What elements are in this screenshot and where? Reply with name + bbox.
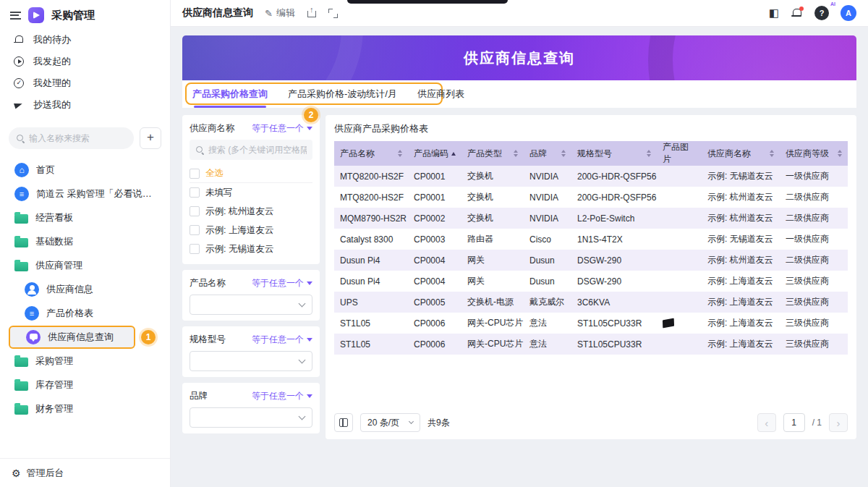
sidebar-item[interactable]: 供应商信息查询1: [9, 326, 135, 349]
sidebar-item[interactable]: 供应商信息: [9, 278, 161, 301]
sidebar-item[interactable]: 经营看板: [9, 206, 161, 229]
sidebar-item[interactable]: 首页: [9, 158, 161, 182]
table-body: MTQ8200-HS2FCP0001交换机NVIDIA200G-HDR-QSFP…: [334, 166, 848, 355]
table-row[interactable]: ST1L05CP0006网关-CPU芯片意法ST1L05CPU33R示例: 上海…: [334, 334, 848, 355]
table-cell: 二级供应商: [780, 208, 848, 229]
brand-select[interactable]: [190, 407, 312, 428]
quick-item[interactable]: 我处理的: [0, 72, 170, 94]
search-icon: [195, 145, 204, 154]
table-row[interactable]: MTQ8200-HS2FCP0001交换机NVIDIA200G-HDR-QSFP…: [334, 166, 848, 187]
column-settings-button[interactable]: [334, 413, 353, 432]
quick-item[interactable]: 抄送我的: [0, 94, 170, 116]
table-title: 供应商产品采购价格表: [334, 122, 848, 135]
columns-icon: [339, 418, 348, 427]
prev-page-button[interactable]: ‹: [757, 413, 776, 432]
column-label: 供应商名称: [707, 148, 751, 160]
table-row[interactable]: MQM8790-HS2RCP0002交换机NVIDIAL2-PoE-Switch…: [334, 208, 848, 229]
column-label: 品牌: [529, 148, 547, 160]
sidebar-item[interactable]: 产品价格表: [9, 302, 161, 325]
column-header[interactable]: 产品名称: [334, 141, 408, 166]
folder-icon: [14, 262, 28, 271]
checkbox-option[interactable]: 全选: [190, 164, 312, 183]
table-row[interactable]: Dusun Pi4CP0004网关DusunDSGW-290示例: 上海道友云三…: [334, 271, 848, 292]
sidebar-item[interactable]: 财务管理: [9, 397, 161, 420]
filter-search-input[interactable]: [208, 145, 307, 155]
table-cell: 戴克威尔: [524, 292, 571, 313]
sort-icon: [451, 152, 456, 156]
filter-operator-dropdown[interactable]: 等于任意一个: [252, 122, 312, 135]
topbar: 供应商信息查询 ✎ 编辑 ◧ ?AI A: [171, 0, 868, 27]
table-row[interactable]: Catalyst 8300CP0003路由器Cisco1N1S-4T2X示例: …: [334, 229, 848, 250]
folder-icon: [14, 405, 28, 415]
table-cell: ST1L05: [334, 313, 408, 334]
edit-button[interactable]: ✎ 编辑: [265, 7, 295, 20]
filter-operator-dropdown[interactable]: 等于任意一个: [252, 277, 312, 289]
filter-operator-dropdown[interactable]: 等于任意一个: [252, 390, 312, 402]
sidebar-nav: 首页简道云 采购管理「必看说明」经营看板基础数据供应商管理供应商信息产品价格表供…: [0, 156, 170, 458]
column-header[interactable]: 产品图片: [657, 141, 702, 166]
column-header[interactable]: 供应商名称: [702, 141, 780, 166]
add-button[interactable]: +: [140, 127, 161, 149]
sidebar-item[interactable]: 基础数据: [9, 230, 161, 253]
filter-search[interactable]: [190, 140, 312, 160]
product-image: [663, 318, 674, 329]
page-size-select[interactable]: 20 条/页: [360, 413, 420, 432]
checkbox-option[interactable]: 未填写: [190, 183, 312, 202]
filter-label: 供应商名称: [190, 122, 235, 135]
column-header[interactable]: 产品类型: [461, 141, 524, 166]
collapse-menu-icon[interactable]: [10, 12, 21, 20]
spec-model-select[interactable]: [190, 351, 312, 371]
table-cell: 网关: [461, 271, 524, 292]
table-cell: DSGW-290: [571, 250, 657, 271]
sidebar-search-input[interactable]: [29, 133, 127, 143]
table-row[interactable]: Dusun Pi4CP0004网关DusunDSGW-290示例: 杭州道友云二…: [334, 250, 848, 271]
sidebar-item-label: 基础数据: [35, 235, 73, 248]
table-footer: 20 条/页 共9条 ‹ 1 / 1 ›: [334, 407, 848, 432]
sidebar-item-label: 采购管理: [35, 355, 73, 368]
table-cell: [657, 313, 702, 334]
column-header[interactable]: 规格型号: [571, 141, 657, 166]
quick-item[interactable]: 我的待办: [0, 29, 170, 51]
table-row[interactable]: UPSCP0005交换机-电源戴克威尔3C6KVA示例: 上海道友云三级供应商: [334, 292, 848, 313]
avatar[interactable]: A: [841, 5, 856, 21]
checkbox-option[interactable]: 示例: 无锡道友云: [190, 240, 312, 258]
filter-label: 品牌: [190, 390, 208, 402]
tab-active[interactable]: 产品采购价格查询: [192, 80, 268, 108]
quick-item[interactable]: 我发起的: [0, 51, 170, 72]
checkbox-option[interactable]: 示例: 上海道友云: [190, 221, 312, 240]
fullscreen-icon[interactable]: [328, 9, 338, 18]
table-row[interactable]: ST1L05CP0006网关-CPU芯片意法ST1L05CPU33R示例: 上海…: [334, 313, 848, 334]
tab-item[interactable]: 供应商列表: [417, 80, 464, 108]
table-row[interactable]: MTQ8200-HS2FCP0001交换机NVIDIA200G-HDR-QSFP…: [334, 187, 848, 208]
table-cell: [657, 334, 702, 355]
help-icon[interactable]: ?AI: [814, 6, 829, 20]
filter-operator-dropdown[interactable]: 等于任意一个: [252, 334, 312, 346]
chat-icon: [26, 330, 41, 344]
sidebar-item[interactable]: 简道云 采购管理「必看说明」: [9, 182, 161, 206]
sidebar-item[interactable]: 采购管理: [9, 350, 161, 373]
column-header[interactable]: 供应商等级: [780, 141, 848, 166]
share-icon[interactable]: [307, 8, 317, 18]
sidebar-search[interactable]: [9, 127, 134, 149]
folder-icon: [14, 214, 28, 224]
sidebar-item[interactable]: 供应商管理: [9, 254, 161, 277]
current-page-input[interactable]: 1: [783, 413, 805, 432]
checkbox-option[interactable]: 示例: 杭州道友云: [190, 202, 312, 221]
total-count: 共9条: [427, 417, 450, 429]
table-cell: L2-PoE-Switch: [571, 208, 657, 229]
table-cell: 示例: 上海道友云: [702, 271, 780, 292]
panel-toggle-icon[interactable]: ◧: [769, 7, 779, 20]
app-root: 采购管理 我的待办我发起的我处理的抄送我的 + 首页简道云 采购管理「必看说明」…: [0, 0, 868, 487]
tab-item[interactable]: 产品采购价格-波动统计/月: [288, 80, 397, 108]
table-cell: 交换机: [461, 166, 524, 187]
notifications-icon[interactable]: [791, 7, 803, 20]
column-header[interactable]: 品牌: [524, 141, 571, 166]
column-header[interactable]: 产品编码: [408, 141, 461, 166]
sidebar-item[interactable]: 库存管理: [9, 373, 161, 397]
sort-icon: [514, 150, 518, 157]
next-page-button[interactable]: ›: [829, 413, 848, 432]
edit-label: 编辑: [276, 7, 295, 20]
table-cell: 网关-CPU芯片: [461, 313, 524, 334]
product-name-select[interactable]: [190, 295, 312, 315]
admin-console-button[interactable]: ⚙ 管理后台: [0, 458, 170, 487]
